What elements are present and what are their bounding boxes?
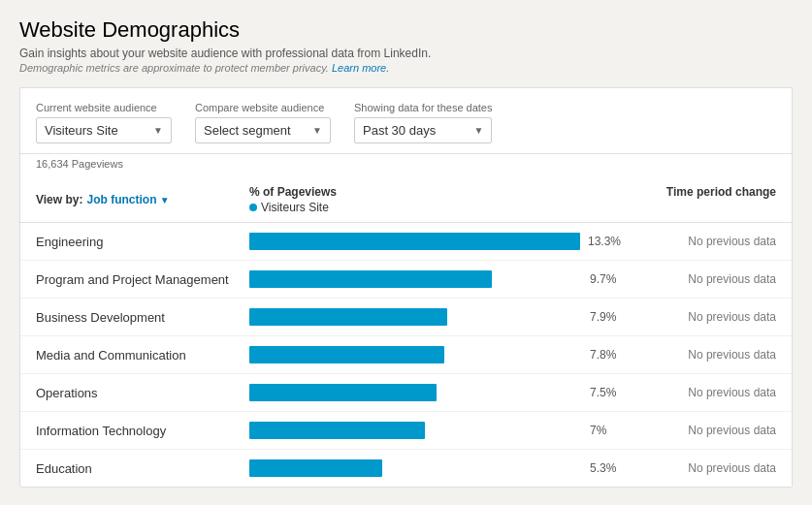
row-label: Education (36, 461, 249, 476)
table-row: Media and Communication 7.8% No previous… (20, 336, 792, 374)
legend-text: Visiteurs Site (261, 201, 329, 214)
page-note: Demographic metrics are approximate to p… (19, 62, 793, 74)
table-row: Information Technology 7% No previous da… (20, 412, 792, 450)
bar-cell: 7.5% (249, 384, 621, 401)
table-row: Program and Project Management 9.7% No p… (20, 261, 792, 299)
page: Website Demographics Gain insights about… (0, 0, 812, 505)
bar-track (249, 346, 582, 363)
table-row: Operations 7.5% No previous data (20, 374, 792, 412)
bar-track (249, 384, 582, 401)
current-audience-label: Current website audience (36, 102, 172, 113)
job-function-arrow-icon: ▼ (160, 195, 170, 205)
learn-more-link[interactable]: Learn more. (332, 62, 389, 74)
page-note-text: Demographic metrics are approximate to p… (19, 62, 329, 74)
legend-label: Visiteurs Site (249, 201, 621, 214)
bar-fill (249, 270, 492, 288)
bar-value: 7.5% (590, 386, 621, 399)
dates-filter: Showing data for these dates Past 30 day… (354, 102, 492, 143)
col-pageviews-header: % of Pageviews Visiteurs Site (249, 185, 621, 214)
bar-value: 7.8% (590, 348, 621, 362)
bar-value: 7% (590, 424, 621, 437)
compare-audience-select[interactable]: Select segment ▼ (195, 117, 331, 143)
table-row: Education 5.3% No previous data (20, 450, 792, 487)
row-label: Business Development (36, 310, 249, 325)
data-rows-container: Engineering 13.3% No previous data Progr… (20, 223, 792, 487)
legend-dot-icon (249, 204, 257, 211)
bar-cell: 7.9% (249, 308, 621, 326)
compare-audience-arrow-icon: ▼ (312, 125, 322, 136)
compare-audience-value: Select segment (204, 123, 291, 138)
row-label: Program and Project Management (36, 272, 249, 287)
current-audience-arrow-icon: ▼ (153, 125, 163, 136)
row-label: Information Technology (36, 424, 249, 438)
dates-arrow-icon: ▼ (474, 125, 484, 136)
bar-fill (249, 233, 580, 250)
bar-value: 5.3% (590, 461, 621, 475)
row-label: Media and Communication (36, 348, 249, 363)
job-function-text: Job function (86, 193, 156, 206)
bar-track (249, 422, 582, 439)
pageviews-label: % of Pageviews (249, 185, 621, 199)
current-audience-select[interactable]: Visiteurs Site ▼ (36, 117, 172, 143)
row-time-period: No previous data (621, 461, 776, 475)
bar-track (249, 270, 582, 288)
row-time-period: No previous data (621, 235, 776, 248)
compare-audience-label: Compare website audience (195, 102, 331, 113)
bar-cell: 5.3% (249, 459, 621, 477)
view-by-label: View by: (36, 193, 82, 206)
current-audience-filter: Current website audience Visiteurs Site … (36, 102, 172, 143)
bar-track (249, 459, 582, 477)
table-row: Engineering 13.3% No previous data (20, 223, 792, 261)
bar-cell: 13.3% (249, 233, 621, 250)
row-time-period: No previous data (621, 348, 776, 362)
bar-track (249, 233, 580, 250)
row-label: Operations (36, 386, 249, 400)
col-view-by: View by: Job function ▼ (36, 185, 249, 214)
current-audience-value: Visiteurs Site (45, 123, 118, 138)
row-label: Engineering (36, 235, 249, 249)
dates-select[interactable]: Past 30 days ▼ (354, 117, 492, 143)
bar-value: 9.7% (590, 272, 621, 286)
bar-fill (249, 384, 437, 401)
bar-fill (249, 308, 447, 326)
bar-fill (249, 422, 425, 439)
pageviews-count: 16,634 Pageviews (20, 154, 792, 177)
dates-value: Past 30 days (363, 123, 436, 138)
page-subtitle: Gain insights about your website audienc… (19, 47, 793, 60)
col-time-period: Time period change (621, 185, 776, 214)
bar-cell: 7% (249, 422, 621, 439)
table-header: View by: Job function ▼ % of Pageviews V… (20, 177, 792, 223)
demographics-card: Current website audience Visiteurs Site … (19, 87, 793, 488)
bar-cell: 9.7% (249, 270, 621, 288)
row-time-period: No previous data (621, 272, 776, 286)
bar-cell: 7.8% (249, 346, 621, 363)
bar-fill (249, 346, 444, 363)
dates-label: Showing data for these dates (354, 102, 492, 113)
bar-track (249, 308, 582, 326)
row-time-period: No previous data (621, 424, 776, 437)
row-time-period: No previous data (621, 310, 776, 324)
bar-fill (249, 459, 382, 477)
filters-row: Current website audience Visiteurs Site … (20, 88, 792, 154)
table-row: Business Development 7.9% No previous da… (20, 299, 792, 336)
bar-value: 7.9% (590, 310, 621, 324)
job-function-filter[interactable]: Job function ▼ (86, 193, 169, 206)
page-title: Website Demographics (19, 17, 793, 43)
bar-value: 13.3% (588, 235, 621, 248)
compare-audience-filter: Compare website audience Select segment … (195, 102, 331, 143)
row-time-period: No previous data (621, 386, 776, 399)
